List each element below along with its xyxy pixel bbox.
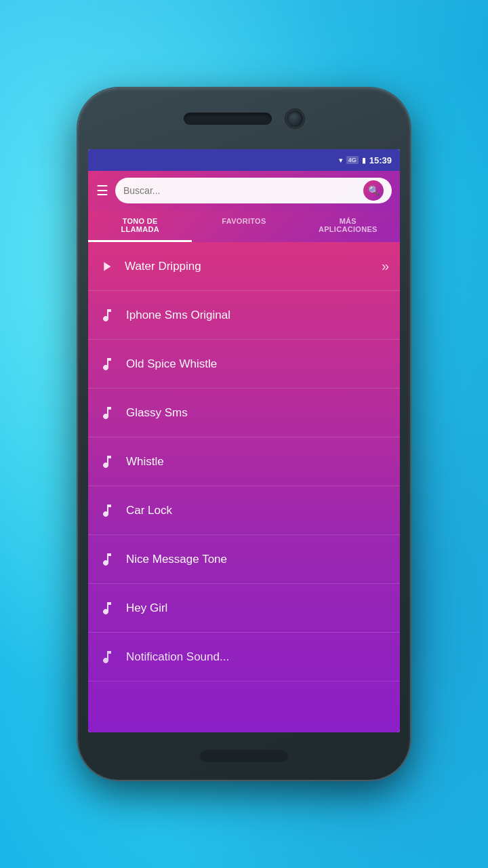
song-title: Whistle — [126, 455, 389, 469]
list-item[interactable]: Notification Sound... — [88, 633, 400, 682]
status-bar: ▾ 4G ▮ 15:39 — [88, 149, 400, 171]
song-title: Hey Girl — [126, 601, 389, 615]
list-item[interactable]: Glassy Sms — [88, 389, 400, 437]
home-bar[interactable] — [200, 750, 288, 762]
music-note-icon — [99, 307, 115, 323]
song-title: Glassy Sms — [126, 406, 389, 420]
list-item[interactable]: Nice Message Tone — [88, 535, 400, 584]
music-note-icon — [99, 356, 115, 372]
music-note-icon — [99, 454, 115, 470]
tab-ringtone[interactable]: TONO DELLAMADA — [88, 210, 192, 242]
tab-more-apps[interactable]: MÁSAPLICACIONES — [296, 210, 400, 242]
chevron-right-icon: » — [382, 258, 389, 274]
status-time: 15:39 — [369, 155, 392, 165]
music-note-icon — [99, 649, 115, 665]
list-item[interactable]: Old Spice Whistle — [88, 340, 400, 389]
phone-device: ▾ 4G ▮ 15:39 ☰ 🔍 TONO DELLAMADA FAVORITO… — [78, 88, 410, 780]
music-note-icon — [99, 551, 115, 568]
song-title: Notification Sound... — [126, 650, 389, 664]
list-item[interactable]: Water Dripping » — [88, 242, 400, 291]
list-item[interactable]: Hey Girl — [88, 584, 400, 633]
list-item[interactable]: Whistle — [88, 437, 400, 486]
battery-icon: ▮ — [362, 156, 366, 165]
song-title: Car Lock — [126, 504, 389, 517]
music-note-icon — [99, 502, 115, 519]
phone-bottom-bezel — [78, 732, 410, 780]
tab-ringtone-label: TONO DELLAMADA — [121, 217, 159, 233]
tab-favorites[interactable]: FAVORITOS — [192, 210, 296, 242]
tab-favorites-label: FAVORITOS — [222, 217, 266, 225]
music-note-icon — [99, 405, 115, 421]
status-icons: ▾ 4G ▮ 15:39 — [339, 155, 392, 165]
song-title: Old Spice Whistle — [126, 357, 389, 371]
song-title: Water Dripping — [125, 260, 382, 273]
phone-top-bezel — [78, 88, 410, 149]
song-title: Nice Message Tone — [126, 553, 389, 566]
wifi-icon: ▾ — [339, 156, 343, 165]
search-icon: 🔍 — [368, 185, 380, 196]
song-list: Water Dripping » Iphone Sms Original Old… — [88, 242, 400, 732]
music-note-icon — [99, 600, 115, 616]
song-title: Iphone Sms Original — [126, 309, 389, 322]
tab-more-label: MÁSAPLICACIONES — [319, 217, 378, 233]
4g-badge: 4G — [346, 156, 359, 164]
search-input[interactable] — [123, 185, 358, 196]
speaker-bar — [184, 113, 272, 125]
search-bar: 🔍 — [115, 178, 392, 203]
play-icon — [99, 259, 114, 274]
list-item[interactable]: Iphone Sms Original — [88, 291, 400, 340]
front-camera — [285, 109, 304, 128]
menu-icon[interactable]: ☰ — [96, 184, 108, 197]
app-header: ☰ 🔍 — [88, 171, 400, 210]
phone-screen: ▾ 4G ▮ 15:39 ☰ 🔍 TONO DELLAMADA FAVORITO… — [88, 149, 400, 732]
list-item[interactable]: Car Lock — [88, 486, 400, 535]
tab-bar: TONO DELLAMADA FAVORITOS MÁSAPLICACIONES — [88, 210, 400, 242]
search-button[interactable]: 🔍 — [363, 180, 384, 201]
